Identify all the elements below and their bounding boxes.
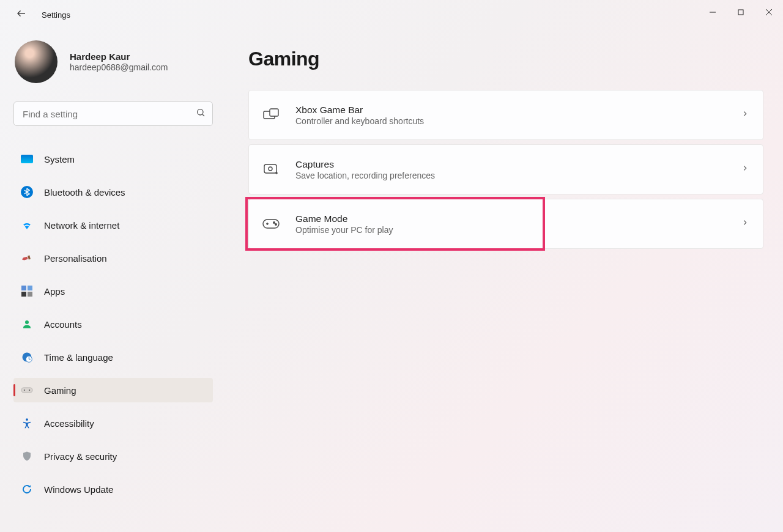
chevron-right-icon: [741, 164, 749, 175]
nav-label: Privacy & security: [44, 451, 117, 462]
user-profile[interactable]: Hardeep Kaur hardeep0688@gmail.com: [13, 40, 213, 83]
nav-label: Accounts: [44, 319, 82, 330]
sidebar: Hardeep Kaur hardeep0688@gmail.com Syste…: [0, 29, 226, 532]
card-xbox-game-bar[interactable]: Xbox Game Bar Controller and keyboard sh…: [248, 90, 763, 140]
nav-gaming[interactable]: Gaming: [13, 378, 213, 402]
nav-label: Apps: [44, 286, 65, 297]
svg-point-24: [269, 167, 272, 171]
nav-time-language[interactable]: Time & language: [13, 345, 213, 369]
nav-label: Gaming: [44, 385, 76, 396]
paintbrush-icon: [18, 249, 35, 266]
nav-apps[interactable]: Apps: [13, 279, 213, 303]
nav-network[interactable]: Network & internet: [13, 213, 213, 237]
xbox-game-bar-icon: [262, 108, 280, 122]
settings-card-list: Xbox Game Bar Controller and keyboard sh…: [248, 90, 763, 249]
apps-icon: [21, 285, 33, 297]
svg-point-11: [25, 320, 29, 324]
nav-label: Bluetooth & devices: [44, 187, 125, 198]
svg-rect-1: [738, 10, 743, 15]
accessibility-icon: [21, 417, 33, 429]
nav-personalisation[interactable]: Personalisation: [13, 246, 213, 270]
nav-label: Accessibility: [44, 418, 94, 429]
nav-label: Personalisation: [44, 253, 107, 264]
nav-label: Windows Update: [44, 484, 113, 495]
chevron-right-icon: [741, 109, 749, 120]
game-controller-icon: [21, 384, 33, 396]
wifi-icon: [21, 219, 33, 231]
back-button[interactable]: [12, 4, 31, 25]
system-icon: [21, 155, 33, 163]
nav: System Bluetooth & devices Network & int…: [13, 147, 213, 501]
game-mode-icon: [262, 218, 280, 229]
card-subtitle: Save location, recording preferences: [295, 171, 741, 180]
nav-label: Network & internet: [44, 220, 119, 231]
card-captures[interactable]: Captures Save location, recording prefer…: [248, 144, 763, 194]
nav-privacy[interactable]: Privacy & security: [13, 444, 213, 468]
user-name: Hardeep Kaur: [70, 51, 168, 62]
svg-point-30: [273, 222, 275, 223]
bluetooth-icon: [21, 186, 33, 198]
nav-accessibility[interactable]: Accessibility: [13, 411, 213, 435]
title-bar: Settings: [0, 0, 783, 29]
svg-rect-17: [21, 388, 32, 393]
nav-windows-update[interactable]: Windows Update: [13, 477, 213, 501]
page-title: Gaming: [248, 48, 765, 70]
app-title: Settings: [42, 10, 70, 20]
nav-accounts[interactable]: Accounts: [13, 312, 213, 336]
nav-label: System: [44, 154, 75, 164]
svg-point-5: [198, 109, 203, 115]
user-email: hardeep0688@gmail.com: [70, 62, 168, 72]
card-subtitle: Controller and keyboard shortcuts: [295, 116, 741, 126]
captures-icon: [262, 163, 280, 176]
chevron-right-icon: [741, 218, 749, 229]
card-title: Game Mode: [295, 213, 741, 224]
svg-rect-22: [270, 109, 278, 116]
svg-point-18: [24, 390, 25, 391]
card-title: Xbox Game Bar: [295, 105, 741, 116]
update-icon: [21, 483, 33, 495]
card-title: Captures: [295, 159, 741, 170]
avatar: [15, 40, 58, 83]
minimize-button[interactable]: [699, 0, 727, 24]
clock-globe-icon: [21, 351, 33, 363]
maximize-button[interactable]: [727, 0, 755, 24]
person-icon: [21, 318, 33, 330]
main-content: Gaming Xbox Game Bar Controller and keyb…: [226, 29, 783, 532]
nav-bluetooth[interactable]: Bluetooth & devices: [13, 180, 213, 204]
search-input[interactable]: [13, 102, 213, 126]
window-controls: [699, 0, 783, 24]
svg-line-6: [202, 114, 204, 116]
svg-point-19: [29, 390, 30, 391]
svg-rect-8: [28, 286, 32, 290]
svg-rect-10: [28, 292, 32, 297]
search-icon: [196, 108, 206, 120]
nav-label: Time & language: [44, 352, 113, 363]
svg-rect-9: [21, 292, 26, 297]
card-game-mode[interactable]: Game Mode Optimise your PC for play: [248, 199, 763, 249]
svg-rect-7: [21, 286, 26, 290]
close-button[interactable]: [755, 0, 783, 24]
card-subtitle: Optimise your PC for play: [295, 225, 741, 235]
shield-icon: [21, 450, 33, 462]
svg-point-31: [275, 224, 276, 225]
svg-rect-23: [264, 164, 276, 173]
svg-point-20: [26, 418, 28, 421]
nav-system[interactable]: System: [13, 147, 213, 171]
